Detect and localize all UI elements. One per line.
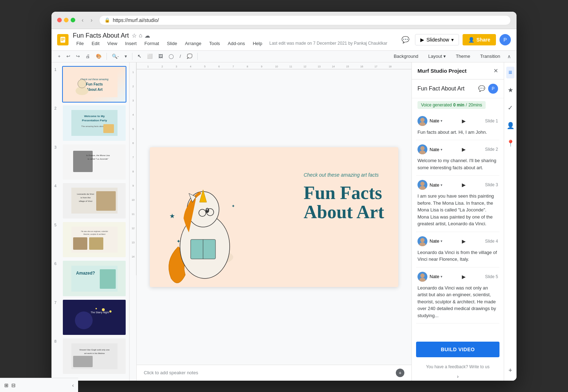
slide-thumb-1[interactable]: 1 Check out these amazing Fun Facts Abou…	[54, 66, 126, 103]
toolbar-tab-background[interactable]: Background	[389, 52, 422, 60]
slide-preview-8[interactable]: Vincent Van Gogh sold only one art work …	[62, 338, 126, 375]
voice-name-3[interactable]: Nate ▾	[430, 182, 442, 188]
svg-text:7: 7	[132, 156, 134, 159]
voice-name-1[interactable]: Nate ▾	[430, 118, 442, 123]
menu-format[interactable]: Format	[141, 39, 163, 48]
address-bar[interactable]: 🔒 https://murf.ai/studio/	[99, 15, 511, 25]
sidebar-add-icon[interactable]: +	[506, 365, 514, 376]
voice-name-5[interactable]: Nate ▾	[430, 274, 442, 279]
sidebar-panel-icon[interactable]: ≡	[506, 67, 514, 78]
add-button[interactable]: +	[56, 52, 63, 60]
sidebar-map-icon[interactable]: 📍	[504, 137, 517, 149]
menu-edit[interactable]: Edit	[88, 39, 103, 48]
google-slides-icon	[57, 34, 69, 45]
murf-voice-status: Voice generated 0 min / 20mins	[412, 98, 504, 112]
menu-addons[interactable]: Add-ons	[224, 39, 248, 48]
chat-icon-button[interactable]: 💬	[399, 34, 411, 45]
slide-preview-1[interactable]: Check out these amazing Fun Facts About …	[62, 66, 126, 103]
close-traffic-light[interactable]	[57, 18, 62, 22]
voice-name-2[interactable]: Nate ▾	[430, 147, 442, 152]
voice-name-4[interactable]: Nate ▾	[430, 238, 442, 244]
slide-num-8: 8	[54, 338, 59, 343]
slide-thumb-7[interactable]: 7 The Starry Night	[54, 299, 126, 336]
slide-preview-3[interactable]: In France, the Mona Lisa is called "La J…	[62, 144, 126, 181]
slide-preview-5[interactable]: He was also an engineer, scientist theor…	[62, 221, 126, 258]
murf-slide-label-2: Slide 2	[485, 147, 498, 152]
slide-canvas[interactable]: ★ ✦ ✦	[137, 70, 411, 365]
murf-voice-selector-2[interactable]: Nate ▾	[417, 144, 442, 154]
svg-text:11: 11	[132, 213, 135, 215]
slide-preview-6[interactable]: Amazed?	[62, 260, 126, 297]
slide-preview-4[interactable]: Leonardo da Vinci is from the village of…	[62, 182, 126, 219]
menu-help[interactable]: Help	[249, 39, 266, 48]
image-button[interactable]: 🖼	[156, 52, 165, 60]
slide-thumb-6[interactable]: 6 Amazed?	[54, 260, 126, 297]
slide-preview-2[interactable]: Welcome to My Presentation Party The ama…	[62, 105, 126, 142]
redo-button[interactable]: ↪	[74, 52, 82, 60]
zoom-select-button[interactable]: ▾	[122, 52, 129, 60]
menu-insert[interactable]: Insert	[121, 39, 140, 48]
slide-thumb-3[interactable]: 3 In France, the Mona Lisa is called "La…	[54, 144, 126, 181]
app-header-top: Fun Facts About Art ☆ ⌂ ☁ File Edit View…	[51, 29, 517, 50]
line-button[interactable]: /	[178, 52, 183, 60]
slide-preview-7[interactable]: The Starry Night	[62, 299, 126, 336]
cloud-icon[interactable]: ☁	[144, 32, 150, 39]
add-note-button[interactable]: +	[396, 369, 404, 377]
slide-thumb-5[interactable]: 5 He was also an engineer, scientist the…	[54, 221, 126, 258]
murf-voice-selector-3[interactable]: Nate ▾	[417, 180, 442, 190]
build-video-button[interactable]: BUILD VIDEO	[416, 342, 499, 357]
svg-text:9: 9	[261, 65, 262, 68]
menu-slide[interactable]: Slide	[163, 39, 181, 48]
paint-button[interactable]: 🎨	[94, 52, 104, 60]
murf-panel: Murf Studio Project ✕ Fun Fact About Art…	[411, 62, 504, 381]
folder-icon[interactable]: ⌂	[139, 32, 142, 39]
svg-text:2: 2	[132, 85, 134, 88]
play-button-4[interactable]: ▶	[462, 238, 466, 244]
slide-thumb-2[interactable]: 2 Welcome to My Presentation Party The a…	[54, 105, 126, 142]
undo-button[interactable]: ↩	[64, 52, 72, 60]
play-button-5[interactable]: ▶	[462, 274, 466, 280]
cursor-button[interactable]: ↖	[135, 52, 143, 60]
menu-view[interactable]: View	[104, 39, 121, 48]
slide-thumb-4[interactable]: 4 Leonardo da Vinci is from the village …	[54, 182, 126, 219]
toolbar-collapse-button[interactable]: ∧	[506, 52, 512, 61]
textbox-button[interactable]: ⬜	[145, 52, 155, 60]
murf-chat-icon[interactable]: 💬	[478, 85, 485, 92]
sidebar-check-icon[interactable]: ✓	[506, 102, 515, 114]
user-avatar[interactable]: P	[499, 34, 511, 45]
svg-text:is called "La Joconde": is called "La Joconde"	[87, 158, 108, 160]
toolbar-tab-transition[interactable]: Transition	[476, 52, 504, 60]
menu-tools[interactable]: Tools	[206, 39, 223, 48]
toolbar-tab-layout[interactable]: Layout ▾	[424, 52, 450, 60]
maximize-traffic-light[interactable]	[71, 18, 75, 22]
sidebar-star-icon[interactable]: ★	[506, 84, 515, 96]
menu-file[interactable]: File	[73, 39, 87, 48]
svg-text:5: 5	[204, 65, 206, 68]
slide-thumb-8[interactable]: 8 Vincent Van Gogh sold only one art wor…	[54, 338, 126, 375]
zoom-out-button[interactable]: 🔍-	[110, 52, 121, 60]
notes-placeholder[interactable]: Click to add speaker notes	[144, 370, 198, 375]
menu-arrange[interactable]: Arrange	[181, 39, 205, 48]
sidebar-user-icon[interactable]: 👤	[504, 120, 517, 132]
play-button-2[interactable]: ▶	[462, 147, 466, 152]
toolbar-tab-theme[interactable]: Theme	[452, 52, 474, 60]
browser-back-button[interactable]: ‹	[80, 16, 86, 24]
browser-forward-button[interactable]: ›	[88, 16, 94, 24]
murf-voice-selector-5[interactable]: Nate ▾	[417, 272, 442, 282]
comment-button[interactable]: 💭	[185, 52, 195, 60]
minimize-traffic-light[interactable]	[64, 18, 69, 22]
shape-button[interactable]: ◯	[166, 52, 176, 60]
murf-slide-item-5: Nate ▾ ▶ Slide 5 Leonardo da Vinci was n…	[416, 267, 499, 324]
expand-panel-button[interactable]: ›	[412, 372, 504, 381]
slideshow-button[interactable]: ▶ Slideshow ▾	[415, 34, 459, 45]
murf-voice-selector-4[interactable]: Nate ▾	[417, 236, 442, 246]
print-button[interactable]: 🖨	[83, 52, 92, 60]
murf-voice-selector-1[interactable]: Nate ▾	[417, 116, 442, 126]
murf-close-button[interactable]: ✕	[493, 67, 498, 74]
play-button-1[interactable]: ▶	[462, 118, 466, 124]
share-button[interactable]: 👤 Share	[463, 34, 496, 45]
star-icon[interactable]: ☆	[132, 32, 137, 39]
play-button-3[interactable]: ▶	[462, 182, 466, 188]
slide-notes[interactable]: Click to add speaker notes +	[137, 365, 411, 381]
svg-text:4: 4	[190, 65, 191, 68]
